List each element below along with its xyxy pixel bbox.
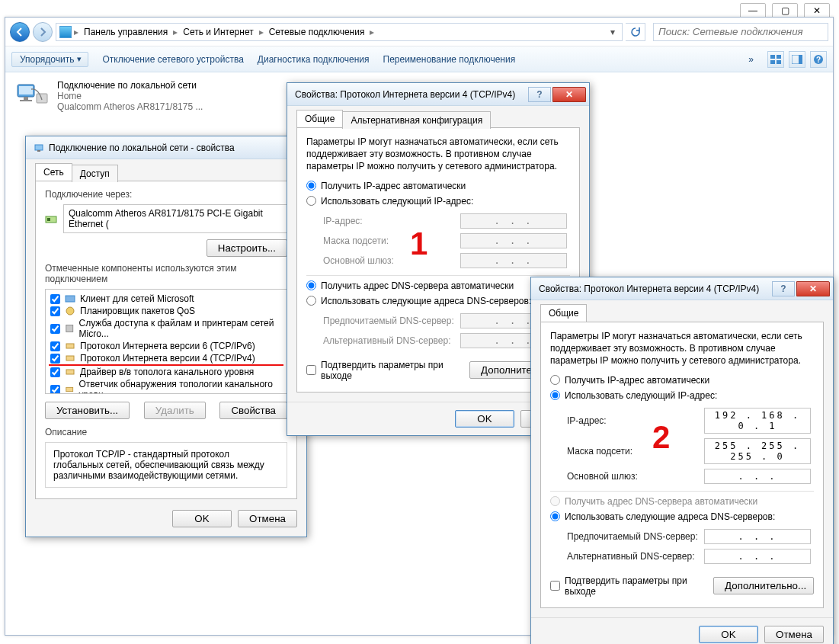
dns2-label: Альтернативный DNS-сервер:	[323, 335, 460, 346]
client-icon	[65, 293, 75, 304]
svg-rect-16	[47, 218, 50, 221]
item-checkbox[interactable]	[50, 294, 60, 304]
diagnose-connection-button[interactable]: Диагностика подключения	[258, 54, 370, 65]
dns1-input[interactable]: . . .	[704, 529, 811, 544]
network-item-text: Подключение по локальной сети Home Qualc…	[57, 80, 203, 112]
component-properties-button[interactable]: Свойства	[219, 402, 287, 419]
disable-device-button[interactable]: Отключение сетевого устройства	[102, 54, 243, 65]
search-input[interactable]	[653, 23, 828, 41]
control-panel-icon	[59, 26, 72, 38]
maximize-button[interactable]: ▢	[772, 3, 798, 18]
svg-rect-5	[799, 55, 802, 64]
dns1-label: Предпочитаемый DNS-сервер:	[323, 316, 460, 326]
ip-input[interactable]: 192 . 168 . 0 . 1	[704, 408, 811, 434]
item-checkbox[interactable]	[50, 354, 60, 364]
nic-icon	[45, 213, 57, 225]
radio-auto-ip[interactable]	[306, 181, 316, 191]
item-checkbox[interactable]	[50, 324, 60, 334]
item-checkbox[interactable]	[50, 367, 60, 377]
gateway-input[interactable]: . . .	[704, 469, 811, 484]
svg-rect-2	[770, 60, 775, 64]
organize-menu[interactable]: Упорядочить ▾	[11, 52, 88, 67]
radio-auto-dns[interactable]	[306, 280, 316, 290]
cancel-button[interactable]: Отмена	[238, 510, 297, 527]
list-item: Драйвер в/в тополога канального уровня	[49, 366, 283, 378]
item-checkbox[interactable]	[50, 385, 60, 395]
back-button[interactable]	[10, 22, 30, 42]
advanced-button[interactable]: Дополнительно...	[713, 577, 814, 594]
dialog-close-button[interactable]: ✕	[552, 87, 586, 102]
uninstall-button: Удалить	[144, 402, 206, 419]
refresh-button[interactable]	[626, 23, 645, 41]
install-button[interactable]: Установить...	[45, 402, 130, 419]
radio-manual-dns[interactable]	[550, 511, 560, 521]
chevron-right-icon: ▸	[370, 27, 374, 37]
components-list[interactable]: Клиент для сетей Microsoft Планировщик п…	[45, 289, 287, 394]
tab-general[interactable]: Общие	[540, 304, 587, 322]
dialog-titlebar[interactable]: Подключение по локальной сети - свойства	[26, 136, 306, 159]
rename-connection-button[interactable]: Переименование подключения	[383, 54, 516, 65]
view-icons-button[interactable]	[767, 51, 784, 68]
ok-button[interactable]: OK	[455, 410, 514, 428]
radio-manual-dns[interactable]	[306, 296, 316, 306]
preview-pane-button[interactable]	[789, 51, 805, 68]
system-window-controls: — ▢ ✕	[740, 3, 830, 18]
ok-button[interactable]: OK	[699, 626, 758, 643]
breadcrumb-item[interactable]: Сеть и Интернет	[180, 27, 256, 37]
confirm-on-exit-checkbox[interactable]	[306, 365, 316, 375]
tab-access[interactable]: Доступ	[72, 165, 118, 182]
chevron-right-icon: ▸	[259, 27, 264, 37]
radio-manual-ip[interactable]	[306, 196, 316, 206]
ip-label: IP-адрес:	[567, 415, 704, 426]
radio-manual-ip-label: Использовать следующий IP-адрес:	[565, 390, 717, 401]
dns2-input[interactable]: . . .	[704, 549, 811, 564]
dialog-titlebar[interactable]: Свойства: Протокол Интернета версии 4 (T…	[287, 83, 589, 106]
svg-rect-1	[777, 55, 781, 59]
dialog-titlebar[interactable]: Свойства: Протокол Интернета версии 4 (T…	[531, 277, 833, 300]
breadcrumb-dropdown[interactable]: ▾	[607, 24, 619, 40]
radio-manual-dns-label: Использовать следующие адреса DNS-сервер…	[565, 511, 775, 522]
item-checkbox[interactable]	[50, 306, 60, 316]
radio-auto-dns-label: Получить адрес DNS-сервера автоматически	[565, 496, 757, 507]
network-item-device: Qualcomm Atheros AR8171/8175 ...	[57, 101, 203, 112]
radio-auto-ip[interactable]	[550, 375, 560, 385]
mask-input: . . .	[460, 233, 567, 248]
breadcrumb-item[interactable]: Сетевые подключения	[266, 27, 368, 37]
radio-manual-ip-label: Использовать следующий IP-адрес:	[321, 196, 473, 207]
connect-via-label: Подключение через:	[45, 189, 287, 200]
tab-strip: Сеть Доступ	[35, 163, 297, 181]
cancel-button[interactable]: Отмена	[764, 626, 824, 643]
chevron-right-icon: ▸	[173, 27, 178, 37]
tab-general[interactable]: Общие	[296, 110, 343, 127]
mask-input[interactable]: 255 . 255 . 255 . 0	[704, 438, 811, 464]
radio-auto-ip-label: Получить IP-адрес автоматически	[321, 181, 466, 191]
gateway-label: Основной шлюз:	[323, 255, 460, 266]
configure-button[interactable]: Настроить...	[207, 239, 287, 257]
protocol-icon	[65, 341, 75, 351]
tab-alt-config[interactable]: Альтернативная конфигурация	[342, 111, 491, 129]
dialog-close-button[interactable]: ✕	[796, 281, 830, 296]
radio-manual-ip[interactable]	[550, 390, 560, 400]
dns2-label: Альтернативный DNS-сервер:	[567, 551, 704, 562]
ok-button[interactable]: OK	[172, 510, 232, 527]
svg-rect-20	[66, 344, 74, 348]
breadcrumb-item[interactable]: Панель управления	[81, 27, 171, 37]
close-window-button[interactable]: ✕	[804, 3, 830, 18]
confirm-on-exit-checkbox[interactable]	[550, 581, 560, 591]
dialog-help-button[interactable]: ?	[528, 87, 551, 102]
description-text: Протокол TCP/IP - стандартный протокол г…	[45, 442, 287, 488]
confirm-on-exit-label: Подтвердить параметры при выходе	[565, 575, 713, 597]
svg-rect-14	[37, 150, 40, 152]
list-item: Протокол Интернета версии 6 (TCP/IPv6)	[49, 340, 283, 352]
dialog-help-button[interactable]: ?	[772, 281, 795, 296]
toolbar-overflow[interactable]: »	[748, 54, 754, 65]
forward-button[interactable]	[33, 22, 53, 42]
tab-network[interactable]: Сеть	[35, 163, 72, 181]
file-share-icon	[65, 323, 75, 334]
breadcrumb[interactable]: ▸ Панель управления ▸ Сеть и Интернет ▸ …	[56, 23, 623, 41]
help-button[interactable]: ?	[810, 51, 827, 68]
item-checkbox[interactable]	[50, 341, 60, 351]
svg-rect-21	[66, 356, 74, 360]
minimize-button[interactable]: —	[740, 3, 766, 18]
radio-auto-dns-label: Получить адрес DNS-сервера автоматически	[321, 280, 514, 291]
